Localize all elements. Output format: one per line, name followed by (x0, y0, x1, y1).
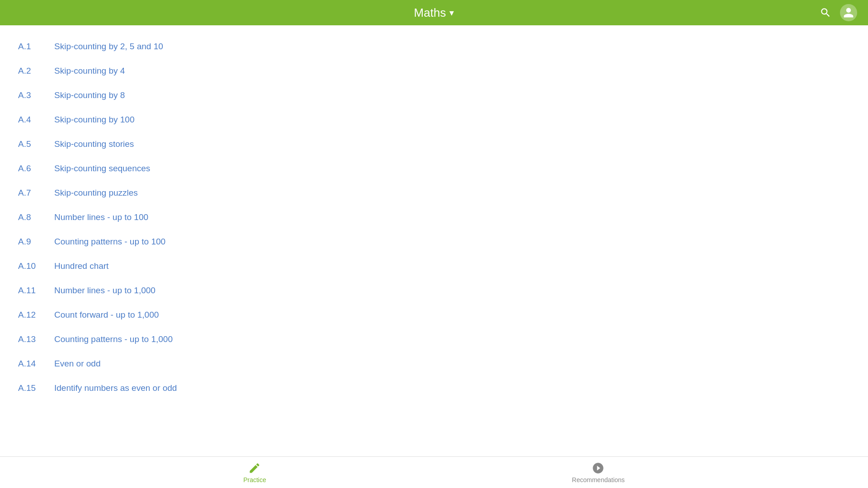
recommendations-label: Recommendations (572, 476, 625, 483)
list-item[interactable]: A.1 Skip-counting by 2, 5 and 10 (0, 34, 868, 59)
item-code: A.15 (18, 383, 54, 393)
item-code: A.3 (18, 90, 54, 100)
item-code: A.11 (18, 286, 54, 296)
pencil-icon (248, 462, 261, 474)
item-label: Identify numbers as even or odd (54, 383, 177, 393)
item-code: A.1 (18, 42, 54, 52)
item-label: Skip-counting sequences (54, 164, 150, 174)
item-label: Skip-counting stories (54, 139, 134, 149)
list-item[interactable]: A.14 Even or odd (0, 352, 868, 376)
header-icons (816, 4, 857, 22)
item-code: A.8 (18, 212, 54, 222)
search-button[interactable] (816, 4, 835, 22)
list-item[interactable]: A.10 Hundred chart (0, 254, 868, 278)
list-item[interactable]: A.6 Skip-counting sequences (0, 156, 868, 181)
search-icon (820, 7, 831, 19)
item-code: A.9 (18, 237, 54, 247)
item-code: A.6 (18, 164, 54, 174)
header-title-area[interactable]: Maths ▾ (414, 6, 454, 20)
item-code: A.4 (18, 115, 54, 125)
app-title: Maths (414, 6, 446, 20)
item-code: A.5 (18, 139, 54, 149)
list-item[interactable]: A.15 Identify numbers as even or odd (0, 376, 868, 400)
list-item[interactable]: A.2 Skip-counting by 4 (0, 59, 868, 83)
bottom-navigation: Practice Recommendations (0, 456, 868, 488)
item-label: Counting patterns - up to 100 (54, 237, 165, 247)
list-item[interactable]: A.9 Counting patterns - up to 100 (0, 230, 868, 254)
item-code: A.13 (18, 334, 54, 344)
recommendations-icon (592, 462, 604, 474)
list-item[interactable]: A.4 Skip-counting by 100 (0, 108, 868, 132)
item-code: A.10 (18, 261, 54, 271)
item-label: Counting patterns - up to 1,000 (54, 334, 173, 344)
item-label: Skip-counting by 4 (54, 66, 125, 76)
list-item[interactable]: A.8 Number lines - up to 100 (0, 205, 868, 230)
list-item[interactable]: A.13 Counting patterns - up to 1,000 (0, 327, 868, 352)
item-code: A.2 (18, 66, 54, 76)
app-header: Maths ▾ (0, 0, 868, 25)
list-item[interactable]: A.7 Skip-counting puzzles (0, 181, 868, 205)
item-code: A.14 (18, 359, 54, 369)
item-label: Even or odd (54, 359, 100, 369)
nav-recommendations[interactable]: Recommendations (561, 458, 636, 487)
list-item[interactable]: A.5 Skip-counting stories (0, 132, 868, 156)
item-code: A.12 (18, 310, 54, 320)
item-label: Skip-counting by 8 (54, 90, 125, 100)
list-item[interactable]: A.12 Count forward - up to 1,000 (0, 303, 868, 327)
dropdown-arrow-icon[interactable]: ▾ (449, 7, 454, 18)
content-area: A.1 Skip-counting by 2, 5 and 10 A.2 Ski… (0, 25, 868, 456)
item-code: A.7 (18, 188, 54, 198)
item-label: Number lines - up to 100 (54, 212, 148, 222)
list-item[interactable]: A.3 Skip-counting by 8 (0, 83, 868, 108)
nav-practice[interactable]: Practice (232, 458, 277, 487)
item-label: Skip-counting puzzles (54, 188, 138, 198)
item-label: Count forward - up to 1,000 (54, 310, 159, 320)
item-label: Skip-counting by 2, 5 and 10 (54, 42, 163, 52)
list-item[interactable]: A.11 Number lines - up to 1,000 (0, 278, 868, 303)
avatar-icon (843, 7, 854, 19)
item-label: Hundred chart (54, 261, 108, 271)
user-avatar[interactable] (840, 4, 857, 21)
item-label: Number lines - up to 1,000 (54, 286, 156, 296)
practice-label: Practice (243, 476, 266, 483)
item-label: Skip-counting by 100 (54, 115, 134, 125)
